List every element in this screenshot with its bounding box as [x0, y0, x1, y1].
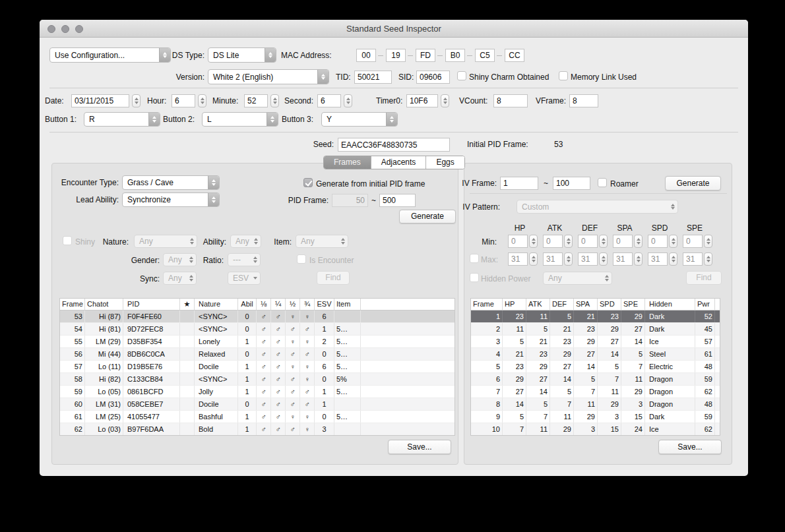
chevron-updown-icon [668, 202, 677, 211]
table-row[interactable]: 123115212329Dark52 [471, 310, 720, 323]
table-row[interactable]: 421232927145Steel61 [471, 348, 720, 361]
button1-select[interactable]: R [84, 112, 160, 127]
column-header[interactable]: SPE [621, 299, 645, 310]
second-field[interactable] [317, 94, 341, 107]
hour-field[interactable] [172, 94, 195, 107]
tid-field[interactable] [354, 71, 392, 84]
min-atk-stepper[interactable] [564, 235, 573, 248]
min-spd-stepper[interactable] [669, 235, 677, 248]
shiny-charm-checkbox[interactable] [457, 71, 466, 80]
min-hp-stepper[interactable] [529, 235, 538, 248]
titlebar[interactable]: Standard Seed Inspector [40, 20, 748, 38]
vframe-field[interactable] [569, 94, 598, 107]
timer0-stepper[interactable] [441, 94, 449, 107]
date-stepper[interactable] [132, 94, 141, 107]
column-header[interactable]: PID [123, 299, 180, 310]
table-row[interactable]: 53Hi (87)F0F4FE60<SYNC>0♂♂♀♀6 [60, 310, 455, 323]
encounter-type-select[interactable]: Grass / Cave [122, 175, 220, 190]
min-def-field[interactable] [578, 235, 598, 248]
roamer-checkbox[interactable] [598, 178, 607, 187]
lead-ability-select[interactable]: Synchronize [122, 192, 220, 207]
generate-from-initial-checkbox[interactable] [303, 178, 313, 187]
mac-field-5[interactable] [475, 49, 495, 62]
table-row[interactable]: 61LM (25)41055477Bashful1♂♂♀♀05… [60, 411, 455, 423]
column-header[interactable]: Abil [238, 299, 257, 310]
min-atk-field[interactable] [543, 235, 563, 248]
ds-type-select[interactable]: DS Lite [208, 47, 276, 63]
sid-field[interactable] [416, 71, 450, 84]
iv-frame-max-field[interactable] [553, 177, 590, 190]
column-header[interactable]: DEF [550, 299, 574, 310]
table-row[interactable]: 58Hi (82)C133CB84<SYNC>1♂♂♂♀05% [60, 373, 455, 386]
table-row[interactable]: 107112931524Ice62 [471, 423, 720, 436]
column-header[interactable]: Item [334, 299, 361, 310]
vcount-field[interactable] [493, 94, 528, 107]
table-row[interactable]: 59Lo (05)0861BCFDJolly1♂♂♂♂15… [60, 386, 455, 398]
generate-ivs-button[interactable]: Generate [665, 176, 721, 191]
column-header[interactable]: SPD [598, 299, 621, 310]
column-header[interactable]: ½ [286, 299, 300, 310]
column-header[interactable]: Frame [60, 299, 85, 310]
mac-field-3[interactable] [416, 49, 435, 62]
min-spe-stepper[interactable] [704, 235, 712, 248]
minute-field[interactable] [244, 94, 268, 107]
iv-frame-min-field[interactable] [500, 177, 538, 190]
table-row[interactable]: 60LM (31)058CEBE7Docile0♂♂♂♂1 [60, 398, 455, 411]
timer0-field[interactable] [406, 94, 438, 107]
table-row[interactable]: 62Lo (03)B97F6DAABold1♂♂♂♀3 [60, 423, 455, 436]
column-header[interactable]: Chatot [85, 299, 123, 310]
column-header[interactable]: Hidden [645, 299, 695, 310]
tab-eggs[interactable]: Eggs [426, 156, 464, 169]
table-row[interactable]: 9571129315Dark59 [471, 411, 720, 423]
second-stepper[interactable] [344, 94, 352, 107]
button2-select[interactable]: L [202, 112, 278, 127]
table-row[interactable]: 211521232927Dark45 [471, 323, 720, 336]
seed-field[interactable] [338, 138, 450, 152]
column-header[interactable]: HP [503, 299, 526, 310]
save-frames-button[interactable]: Save... [388, 440, 451, 454]
column-header[interactable]: Nature [195, 299, 238, 310]
mac-field-6[interactable] [505, 49, 524, 62]
table-row[interactable]: 62927145711Dragon59 [471, 373, 720, 386]
tab-adjacents[interactable]: Adjacents [371, 156, 427, 169]
table-row[interactable]: 54Hi (81)9D72FEC8<SYNC>0♂♂♂♂15… [60, 323, 455, 336]
column-header[interactable]: SPA [574, 299, 598, 310]
table-header: FrameHPATKDEFSPASPDSPEHiddenPwr [471, 299, 720, 310]
pid-frame-max-field[interactable] [379, 194, 416, 207]
mac-field-1[interactable] [356, 49, 376, 62]
min-hp-field[interactable] [508, 235, 528, 248]
table-row[interactable]: 72714571129Dragon62 [471, 386, 720, 398]
hour-stepper[interactable] [198, 94, 206, 107]
min-spa-stepper[interactable] [634, 235, 643, 248]
min-spa-field[interactable] [613, 235, 633, 248]
column-header[interactable]: ★ [180, 299, 195, 310]
min-spe-field[interactable] [683, 235, 703, 248]
version-select[interactable]: White 2 (English) [208, 69, 329, 84]
column-header[interactable]: ¼ [271, 299, 286, 310]
table-row[interactable]: 55LM (29)D35BF354Lonely1♂♂♀♀25… [60, 336, 455, 348]
table-row[interactable]: 52329271457Electric48 [471, 361, 720, 373]
mac-field-4[interactable] [445, 49, 465, 62]
column-header[interactable]: ATK [526, 299, 550, 310]
column-header[interactable]: Pwr [695, 299, 715, 310]
table-row[interactable]: 57Lo (11)D19B5E76Docile1♂♂♀♀65… [60, 361, 455, 373]
min-def-stepper[interactable] [599, 235, 608, 248]
column-header[interactable]: ESV [315, 299, 334, 310]
table-row[interactable]: 8145711293Dragon48 [471, 398, 720, 411]
cell: Bold [195, 423, 238, 435]
minute-stepper[interactable] [270, 94, 279, 107]
min-spd-field[interactable] [648, 235, 668, 248]
table-row[interactable]: 56Mi (44)8DB6C0CARelaxed0♂♂♂♂05… [60, 348, 455, 361]
memory-link-checkbox[interactable] [559, 71, 568, 80]
generate-frames-button[interactable]: Generate [399, 210, 456, 223]
table-row[interactable]: 352123292714Ice57 [471, 336, 720, 348]
column-header[interactable]: Frame [471, 299, 503, 310]
mac-field-2[interactable] [386, 49, 406, 62]
button3-select[interactable]: Y [321, 112, 398, 127]
use-configuration-select[interactable]: Use Configuration... [49, 47, 171, 63]
save-ivs-button[interactable]: Save... [658, 440, 722, 454]
column-header[interactable]: ⅛ [257, 299, 271, 310]
date-field[interactable] [71, 94, 129, 107]
column-header[interactable]: ¾ [300, 299, 315, 310]
tab-frames[interactable]: Frames [324, 156, 371, 169]
